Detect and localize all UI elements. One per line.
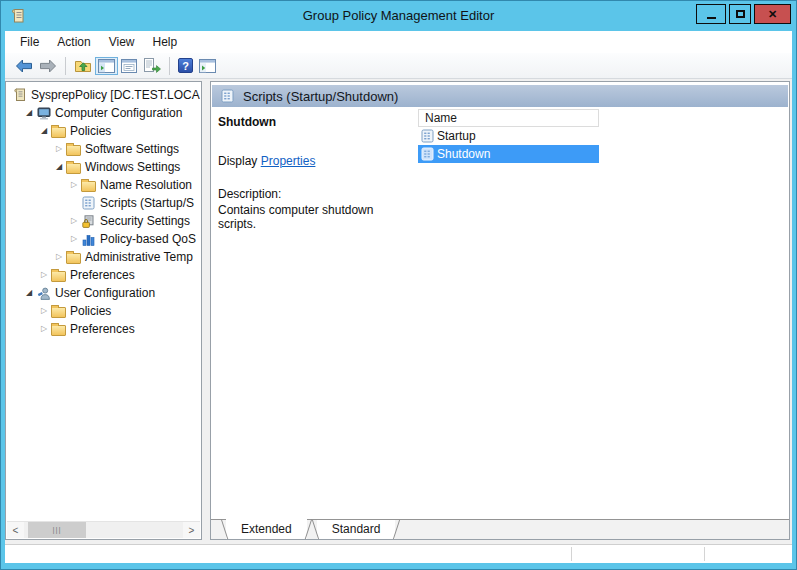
scrollbar-track[interactable]: ||| (24, 522, 183, 538)
column-header-name[interactable]: Name (418, 109, 599, 127)
panel-splitter[interactable] (202, 79, 210, 540)
expand-toggle-icon[interactable] (23, 104, 35, 122)
minimize-button[interactable] (696, 4, 726, 24)
status-section (704, 545, 792, 563)
menu-action[interactable]: Action (48, 31, 99, 53)
menu-view[interactable]: View (100, 31, 144, 53)
show-console-tree-icon (98, 59, 115, 73)
status-bar (5, 544, 792, 563)
folder-icon (50, 125, 67, 138)
tree-item-label: User Configuration (55, 286, 155, 300)
console-tree: SysprepPolicy [DC.TEST.LOCAL] (7, 86, 200, 520)
display-row: Display Properties (218, 154, 414, 168)
gpo-scroll-icon (11, 88, 28, 102)
selected-item-name: Shutdown (218, 115, 414, 129)
results-header-title: Scripts (Startup/Shutdown) (243, 89, 398, 104)
menu-file[interactable]: File (11, 31, 48, 53)
folder-icon (80, 179, 97, 192)
tree-item-user-policies[interactable]: Policies (7, 302, 200, 320)
expand-toggle-icon[interactable] (38, 320, 50, 338)
expand-toggle-icon[interactable] (68, 230, 80, 248)
tree-item-policy-based-qos[interactable]: Policy-based QoS (7, 230, 200, 248)
scripts-icon (418, 129, 437, 143)
gpme-window: Group Policy Management Editor ✕ File Ac… (0, 0, 797, 570)
tree-item-label: Administrative Temp (85, 250, 193, 264)
tree-item-label: Windows Settings (85, 160, 180, 174)
list-item-shutdown[interactable]: Shutdown (418, 145, 599, 163)
results-body: Shutdown Display Properties Description:… (211, 107, 789, 519)
tree-item-label: Computer Configuration (55, 106, 182, 120)
toolbar-separator (65, 57, 66, 75)
scroll-right-button[interactable]: > (183, 522, 200, 538)
tab-label: Extended (241, 522, 292, 536)
view-tabs: Extended Standard (211, 519, 789, 539)
list-item-label: Shutdown (437, 147, 490, 161)
window-controls: ✕ (696, 4, 791, 24)
expand-toggle-icon[interactable] (53, 158, 65, 176)
tree-item-name-resolution[interactable]: Name Resolution (7, 176, 200, 194)
tree-item-administrative-templates[interactable]: Administrative Temp (7, 248, 200, 266)
show-console-tree-button[interactable] (95, 57, 118, 75)
title-bar: Group Policy Management Editor ✕ (1, 1, 796, 31)
tree-item-preferences[interactable]: Preferences (7, 266, 200, 284)
tree-item-user-configuration[interactable]: User Configuration (7, 284, 200, 302)
tree-item-label: SysprepPolicy [DC.TEST.LOCAL] (31, 88, 200, 102)
tree-item-windows-settings[interactable]: Windows Settings (7, 158, 200, 176)
properties-button[interactable] (118, 57, 140, 75)
window-title: Group Policy Management Editor (1, 1, 796, 31)
tree-item-computer-configuration[interactable]: Computer Configuration (7, 104, 200, 122)
expand-toggle-icon[interactable] (38, 122, 50, 140)
results-panel: Scripts (Startup/Shutdown) Shutdown Disp… (210, 81, 790, 540)
expand-toggle-icon[interactable] (68, 176, 80, 194)
up-one-level-button[interactable] (71, 56, 95, 75)
help-button[interactable]: ? (175, 56, 196, 75)
tree-item-software-settings[interactable]: Software Settings (7, 140, 200, 158)
status-divider (571, 547, 572, 561)
expand-toggle-icon[interactable] (53, 140, 65, 158)
display-label: Display (218, 154, 257, 168)
maximize-button[interactable] (729, 4, 751, 24)
folder-icon (65, 251, 82, 264)
tree-item-label: Policies (70, 304, 111, 318)
tab-standard[interactable]: Standard (317, 520, 396, 539)
maximize-icon (736, 10, 745, 18)
scrollbar-thumb[interactable]: ||| (28, 522, 86, 538)
tree-horizontal-scrollbar: < ||| > (7, 521, 200, 538)
folder-icon (65, 161, 82, 174)
back-button[interactable] (12, 57, 36, 75)
export-list-icon (143, 58, 161, 73)
tab-extended[interactable]: Extended (226, 519, 307, 539)
menu-help[interactable]: Help (144, 31, 187, 53)
new-window-button[interactable] (196, 57, 219, 75)
export-list-button[interactable] (140, 56, 164, 75)
tree-item-security-settings[interactable]: Security Settings (7, 212, 200, 230)
expand-toggle-icon[interactable] (23, 284, 35, 302)
menu-bar: File Action View Help (5, 31, 792, 53)
status-section (571, 545, 704, 563)
window-body: File Action View Help (5, 31, 792, 563)
tree-item-label: Security Settings (100, 214, 190, 228)
forward-button[interactable] (36, 57, 60, 75)
properties-link[interactable]: Properties (261, 154, 316, 168)
folder-icon (50, 269, 67, 282)
close-button[interactable]: ✕ (754, 4, 791, 24)
expand-toggle-icon[interactable] (38, 302, 50, 320)
tree-item-sysprep-policy[interactable]: SysprepPolicy [DC.TEST.LOCAL] (7, 86, 200, 104)
status-section (5, 545, 571, 563)
expand-toggle-icon[interactable] (53, 248, 65, 266)
tree-item-label: Name Resolution (100, 178, 192, 192)
tree-item-label: Preferences (70, 322, 135, 336)
toolbar-separator (169, 57, 170, 75)
expand-toggle-icon[interactable] (68, 212, 80, 230)
scroll-left-button[interactable]: < (7, 522, 24, 538)
expand-toggle-icon[interactable] (38, 266, 50, 284)
tree-item-policies[interactable]: Policies (7, 122, 200, 140)
tree-item-scripts[interactable]: Scripts (Startup/S (7, 194, 200, 212)
status-divider (704, 547, 705, 561)
tree-item-user-preferences[interactable]: Preferences (7, 320, 200, 338)
description-label: Description: (218, 187, 414, 201)
tree-item-label: Policies (70, 124, 111, 138)
list-item-startup[interactable]: Startup (418, 127, 599, 145)
main-area: SysprepPolicy [DC.TEST.LOCAL] (5, 79, 792, 540)
tree-item-label: Scripts (Startup/S (100, 196, 194, 210)
